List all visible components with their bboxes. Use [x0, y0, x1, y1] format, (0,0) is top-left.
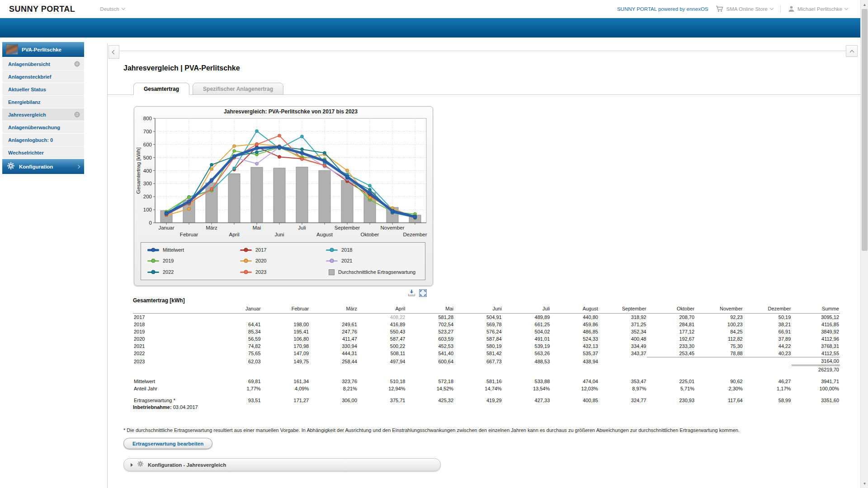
row-label: 2019 — [133, 328, 213, 335]
scroll-down-arrow[interactable]: ▼ — [861, 480, 868, 487]
fullscreen-chart-icon[interactable] — [419, 289, 427, 297]
table-row: 201864,41198,00249,61416,89702,54569,786… — [133, 321, 840, 328]
footnote: * Die durchschnittliche Ertragserwartung… — [123, 427, 847, 433]
vertical-scrollbar[interactable]: ▲ ▼ — [860, 0, 868, 488]
language-selector[interactable]: Deutsch — [100, 6, 124, 12]
scrollbar-thumb[interactable] — [862, 9, 868, 251]
table-cell: 147,09 — [262, 350, 310, 357]
yield-table-area: Gesamtertrag [kWh] JanuarFebruarMärzApri… — [133, 297, 840, 410]
svg-text:Juli: Juli — [298, 225, 306, 230]
sidebar-item-jahresvergleich[interactable]: Jahresvergleich — [2, 108, 84, 121]
table-cell: 486,85 — [551, 328, 599, 335]
table-cell: 371,25 — [599, 321, 647, 328]
top-bar: SUNNY PORTAL Deutsch SUNNY PORTAL powere… — [0, 0, 868, 18]
download-chart-icon[interactable] — [407, 289, 416, 297]
table-cell: 432,13 — [551, 343, 599, 350]
collapse-sidebar-button[interactable] — [108, 45, 119, 59]
sidebar-item-wechselrichter[interactable]: Wechselrichter — [2, 146, 84, 159]
column-header: September — [599, 305, 647, 314]
table-cell — [213, 314, 262, 321]
chevron-down-icon — [121, 6, 125, 10]
sidebar: PVA-Perlitschke AnlagenübersichtAnlagens… — [2, 42, 84, 174]
tab-spezifischer-anlagenertrag[interactable]: Spezifischer Anlagenertrag — [193, 83, 283, 95]
sidebar-item-aktueller-status[interactable]: Aktueller Status — [2, 83, 84, 95]
sidebar-item-konfiguration[interactable]: Konfiguration — [2, 159, 84, 174]
scroll-up-arrow[interactable]: ▲ — [861, 1, 868, 8]
plant-name: PVA-Perlitschke — [22, 47, 61, 52]
collapse-panel-button[interactable] — [846, 45, 858, 57]
table-cell: 572,18 — [406, 378, 454, 385]
sidebar-item-label: Wechselrichter — [8, 150, 44, 155]
column-header: März — [310, 305, 358, 314]
legend-item-2017: 2017 — [240, 247, 326, 253]
table-cell: 170,98 — [262, 343, 310, 350]
table-cell: 66,91 — [744, 328, 792, 335]
table-cell — [599, 366, 647, 374]
sidebar-item-anlagenlogbuch-0[interactable]: Anlagenlogbuch: 0 — [2, 134, 84, 146]
commissioning-date: Inbetriebnahme: 03.04.2017 — [133, 404, 840, 410]
table-cell — [406, 366, 454, 374]
svg-text:Februar: Februar — [180, 232, 198, 237]
svg-text:500: 500 — [143, 155, 152, 160]
table-cell: 497,94 — [358, 357, 406, 366]
sma-online-store-link[interactable]: SMA Online Store — [716, 5, 773, 13]
table-cell: 62,03 — [213, 357, 262, 366]
table-cell: 2,30% — [695, 385, 744, 392]
sidebar-item-label: Anlagenübersicht — [8, 61, 50, 67]
yield-table: JanuarFebruarMärzAprilMaiJuniJuliAugustS… — [133, 305, 840, 404]
table-cell: 576,24 — [454, 328, 503, 335]
sidebar-item-label: Anlagensteckbrief — [8, 74, 51, 80]
column-header: Dezember — [744, 305, 792, 314]
table-cell: 504,91 — [454, 314, 503, 321]
column-header — [133, 305, 213, 314]
sidebar-item-label: Anlagenlogbuch: 0 — [8, 137, 53, 143]
svg-text:700: 700 — [143, 129, 152, 134]
sidebar-item-anlagen-berwachung[interactable]: Anlagenüberwachung — [2, 121, 84, 133]
table-cell: 3941,71 — [792, 378, 840, 385]
svg-text:400: 400 — [143, 168, 152, 174]
legend-item-2021: 2021 — [326, 258, 419, 263]
row-label: 2021 — [133, 343, 213, 350]
row-label: 2017 — [133, 314, 213, 321]
column-header: November — [695, 305, 744, 314]
table-cell: 400,85 — [551, 397, 599, 404]
table-cell: 4112,96 — [792, 335, 840, 343]
user-menu[interactable]: Michael Perlitschke — [788, 5, 848, 13]
tab-gesamtertrag[interactable]: Gesamtertrag — [133, 83, 189, 95]
cart-icon — [716, 5, 724, 13]
globe-icon — [74, 112, 80, 117]
table-cell: 58,99 — [744, 397, 792, 404]
column-header: April — [358, 305, 406, 314]
sidebar-item-anlagensteckbrief[interactable]: Anlagensteckbrief — [2, 70, 84, 83]
svg-text:100: 100 — [143, 207, 152, 212]
table-cell: 324,77 — [599, 397, 647, 404]
table-cell: 161,34 — [262, 378, 310, 385]
table-cell — [551, 366, 599, 374]
table-cell: 4,09% — [262, 385, 310, 392]
table-cell: 112,82 — [695, 335, 744, 343]
table-cell: 233,30 — [647, 343, 695, 350]
user-icon — [788, 5, 795, 13]
banner-bar — [0, 18, 868, 38]
table-cell: 581,28 — [406, 314, 454, 321]
table-cell: 474,04 — [551, 378, 599, 385]
sunny-portal-logo: SUNNY PORTAL — [9, 5, 75, 14]
table-row: 202275,65147,09444,31508,11541,40581,425… — [133, 350, 840, 357]
edit-expectation-button[interactable]: Ertragserwartung bearbeiten — [123, 438, 212, 449]
table-cell: 581,16 — [454, 378, 503, 385]
sidebar-item-energiebilanz[interactable]: Energiebilanz — [2, 96, 84, 108]
row-label: 2020 — [133, 335, 213, 343]
table-cell: 452,53 — [406, 343, 454, 350]
config-accordion[interactable]: Konfiguration - Jahresvergleich — [123, 458, 441, 471]
plant-header[interactable]: PVA-Perlitschke — [2, 42, 84, 57]
table-cell: 171,27 — [262, 397, 310, 404]
row-label: 2018 — [133, 321, 213, 328]
table-title: Gesamtertrag [kWh] — [133, 297, 840, 304]
svg-text:April: April — [229, 232, 239, 237]
table-cell: 84,25 — [695, 328, 744, 335]
powered-by-ennexos-link[interactable]: SUNNY PORTAL powered by ennexOS — [617, 6, 708, 12]
table-cell — [744, 357, 792, 366]
svg-text:0: 0 — [149, 220, 152, 225]
table-row: 201985,34195,41247,76550,43523,27576,245… — [133, 328, 840, 335]
sidebar-item-anlagen-bersicht[interactable]: Anlagenübersicht — [2, 58, 84, 70]
